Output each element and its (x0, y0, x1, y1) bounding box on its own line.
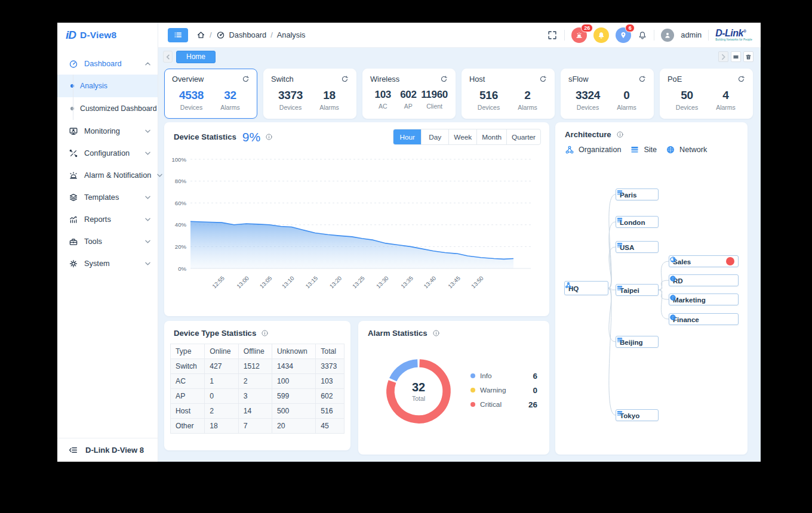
refresh-icon[interactable] (440, 75, 448, 83)
svg-text:13:25: 13:25 (351, 275, 366, 290)
summary-card-poe[interactable]: PoE 50 Devices 4 Alarms (660, 69, 753, 119)
table-cell: 100 (272, 374, 315, 389)
home-icon[interactable] (196, 30, 205, 39)
metric-value: 18 (323, 89, 336, 102)
network-icon[interactable] (666, 145, 675, 154)
card-title: Wireless (370, 75, 399, 84)
sidebar-item-system[interactable]: System (57, 252, 158, 274)
sidebar-item-tools[interactable]: Tools (57, 230, 158, 252)
collapse-sidebar-button[interactable]: D-Link D-View 8 (57, 438, 158, 462)
tree-node-taipei[interactable]: Taipei (616, 284, 659, 296)
table-cell: 3373 (316, 359, 345, 374)
tab-delete-button[interactable] (743, 51, 753, 62)
breadcrumb-dashboard[interactable]: Dashboard (229, 30, 267, 39)
sidebar-item-alarm-notification[interactable]: Alarm & Notification (57, 164, 158, 186)
area-chart-svg: 0%20%40%60%80%100%12:5513:0013:0513:1013… (169, 153, 535, 295)
username-label[interactable]: admin (681, 30, 702, 39)
device-statistics-chart: 0%20%40%60%80%100%12:5513:0013:0513:1013… (169, 153, 547, 314)
table-header-row: TypeOnlineOfflineUnknownTotal (171, 344, 345, 359)
tree-node-paris[interactable]: Paris (616, 188, 659, 200)
sidebar-item-customized-dashboard[interactable]: Customized Dashboard (57, 97, 158, 120)
metric-label: Devices (676, 104, 698, 111)
app-logo[interactable]: iD D-View8 (57, 23, 158, 48)
range-button-week[interactable]: Week (448, 129, 476, 144)
tab-home[interactable]: Home (176, 51, 216, 63)
sidebar-item-analysis[interactable]: Analysis (57, 75, 158, 97)
sidebar-item-dashboard[interactable]: Dashboard (57, 52, 158, 75)
tree-node-label: London (620, 218, 645, 226)
panel-title: Alarm Statistics (368, 329, 427, 338)
refresh-icon[interactable] (737, 75, 745, 83)
location-alert-button[interactable]: 6 (616, 27, 631, 43)
refresh-icon[interactable] (341, 75, 349, 83)
svg-text:40%: 40% (175, 221, 187, 228)
site-icon[interactable] (630, 145, 639, 154)
sidebar-item-configuration[interactable]: Configuration (57, 142, 158, 164)
info-icon[interactable] (616, 131, 624, 138)
summary-card-sflow[interactable]: sFlow 3324 Devices 0 Alarms (561, 69, 654, 119)
metric-value: 11960 (421, 89, 448, 101)
info-icon[interactable] (261, 329, 269, 337)
summary-card-switch[interactable]: Switch 3373 Devices 18 Alarms (263, 69, 356, 119)
tab-scroll-right-button[interactable] (718, 51, 728, 62)
summary-card-host[interactable]: Host 516 Devices 2 Alarms (462, 69, 555, 119)
tree-node-finance[interactable]: Finance (669, 313, 739, 325)
sidebar-item-reports[interactable]: Reports (57, 208, 158, 230)
svg-text:0%: 0% (178, 265, 186, 272)
organization-icon[interactable] (565, 145, 574, 154)
alarm-legend-warning[interactable]: Warning 0 (470, 383, 537, 397)
tree-node-marketing[interactable]: Marketing (669, 293, 739, 305)
breadcrumb-analysis[interactable]: Analysis (277, 30, 306, 39)
range-button-quarter[interactable]: Quarter (506, 129, 540, 144)
chevron-left-icon (165, 54, 171, 60)
fullscreen-icon[interactable] (547, 30, 558, 41)
svg-text:12:55: 12:55 (211, 275, 226, 290)
metric-value: 0 (623, 89, 629, 102)
device-statistics-panel: Device Statistics 9% HourDayWeekMonthQua… (164, 122, 549, 316)
tree-node-tokyo[interactable]: Tokyo (616, 409, 659, 421)
app-window: iD D-View8 Dashboard Analysis Customized… (57, 23, 761, 462)
alarm-legend-info[interactable]: Info 6 (470, 369, 537, 383)
tree-node-hq[interactable]: HQ (564, 281, 608, 295)
metric-value: 4538 (179, 89, 204, 102)
breadcrumb-menu-button[interactable] (168, 28, 188, 42)
dlink-brand-text: D-Link (715, 28, 743, 38)
refresh-icon[interactable] (638, 75, 646, 83)
user-avatar[interactable] (661, 29, 674, 42)
card-metric-devices: 3373 Devices (271, 89, 310, 111)
tree-node-usa[interactable]: USA (616, 241, 659, 253)
collapse-sidebar-icon (68, 445, 78, 455)
table-cell: 1434 (272, 359, 315, 374)
notification-bell-icon[interactable] (638, 30, 647, 40)
svg-text:13:00: 13:00 (235, 275, 250, 290)
summary-card-overview[interactable]: Overview 4538 Devices 32 Alarms (164, 69, 257, 119)
table-row-other: Other1872045 (171, 419, 345, 434)
siren-icon (669, 256, 675, 261)
tree-node-beijing[interactable]: Beijing (616, 336, 659, 348)
legend-label-network: Network (679, 146, 707, 154)
table-cell: 2 (238, 374, 272, 389)
tree-node-london[interactable]: London (616, 216, 659, 228)
critical-alarm-button[interactable]: 26 (571, 27, 587, 43)
tree-node-sales[interactable]: Sales (669, 255, 739, 267)
alarm-legend-critical[interactable]: Critical 26 (470, 397, 537, 412)
warning-alarm-button[interactable] (593, 27, 609, 43)
sidebar-item-templates[interactable]: Templates (57, 186, 158, 208)
refresh-icon[interactable] (242, 75, 250, 83)
tab-scroll-left-button[interactable] (163, 51, 173, 63)
range-button-hour[interactable]: Hour (393, 129, 421, 144)
tree-node-rd[interactable]: RD (669, 274, 739, 286)
range-button-day[interactable]: Day (421, 129, 448, 144)
info-icon[interactable] (432, 329, 440, 337)
tab-menu-button[interactable] (731, 51, 741, 62)
sidebar-subitems: Analysis Customized Dashboard (57, 75, 158, 120)
refresh-icon[interactable] (539, 75, 547, 83)
range-button-month[interactable]: Month (476, 129, 506, 144)
summary-card-wireless[interactable]: Wireless 103 AC 602 AP 11960 Client (362, 69, 456, 119)
table-cell: 45 (316, 419, 345, 434)
info-icon[interactable] (265, 133, 273, 141)
sidebar-item-monitoring[interactable]: Monitoring (57, 120, 158, 142)
legend-label-organization: Organization (579, 146, 621, 154)
metric-label: Alarms (220, 104, 240, 111)
alarm-statistics-panel: Alarm Statistics 32 Total Info 6 Warning… (358, 321, 549, 455)
